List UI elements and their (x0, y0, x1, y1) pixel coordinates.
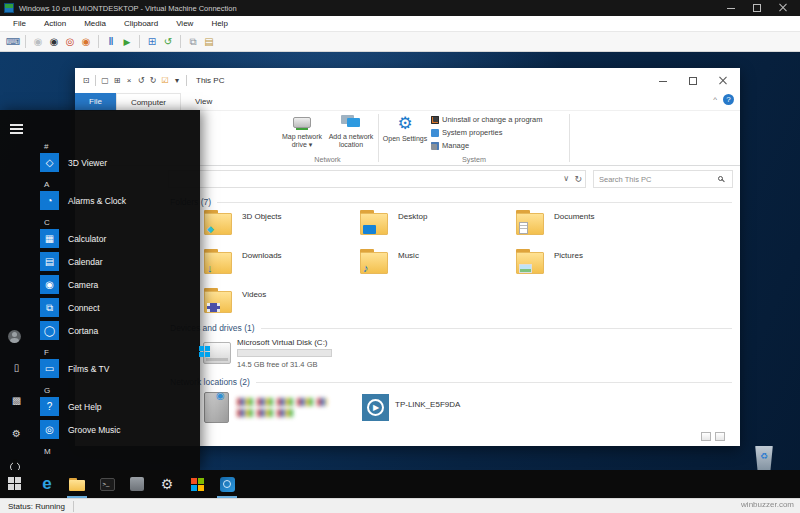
new-folder-icon[interactable]: ⊞ (111, 76, 123, 85)
save-state-icon[interactable]: ◉ (79, 36, 93, 47)
section-header-network[interactable]: Network locations (2) (170, 377, 732, 387)
user-avatar[interactable] (8, 330, 21, 343)
open-settings-button[interactable]: ⚙ Open Settings (381, 114, 429, 143)
start-menu-item[interactable]: ? Get Help (40, 395, 195, 418)
start-vm-icon[interactable]: ◉ (31, 36, 45, 47)
turn-off-icon[interactable]: ◉ (47, 36, 61, 47)
start-menu-item[interactable]: ▤ Calendar (40, 250, 195, 273)
start-menu-item[interactable]: ◇ 3D Viewer (40, 151, 195, 174)
checkpoint-icon[interactable]: ⊞ (145, 36, 159, 47)
explorer-minimize-button[interactable] (648, 68, 678, 93)
vm-menu-item[interactable]: Action (35, 16, 75, 32)
start-menu-item[interactable]: C (40, 212, 195, 227)
taskbar-app2-button[interactable] (212, 470, 242, 498)
revert-icon[interactable]: ↺ (161, 36, 175, 47)
details-view-icon[interactable] (701, 432, 711, 441)
documents-icon[interactable]: ▯ (9, 362, 24, 373)
tab-file[interactable]: File (75, 93, 116, 111)
uninstall-program-button[interactable]: Uninstall or change a program (431, 115, 542, 124)
search-input[interactable] (599, 173, 714, 186)
taskbar-command-prompt-button[interactable]: >_ (92, 470, 122, 498)
start-app-tile[interactable]: ⧉ (40, 298, 59, 317)
start-menu-item[interactable]: M (40, 441, 195, 456)
vm-menu-item[interactable]: View (167, 16, 202, 32)
settings-icon[interactable]: ⚙ (9, 428, 24, 439)
start-app-tile[interactable]: ◯ (40, 321, 59, 340)
add-network-location-button[interactable]: Add a network location (327, 114, 375, 149)
start-menu-item[interactable]: ▭ Films & TV (40, 357, 195, 380)
section-header-devices[interactable]: Devices and drives (1) (170, 323, 732, 333)
delete-icon[interactable]: × (123, 76, 135, 85)
taskbar-settings-button[interactable]: ⚙ (152, 470, 182, 498)
enhanced-session-icon[interactable]: ⧉ (186, 36, 200, 48)
start-menu-item[interactable]: ▦ Calculator (40, 227, 195, 250)
start-menu-item[interactable]: ◎ Groove Music (40, 418, 195, 441)
shutdown-icon[interactable]: ◎ (63, 36, 77, 47)
vm-minimize-button[interactable] (718, 0, 744, 16)
taskbar-edge-button[interactable]: e (32, 470, 62, 498)
manage-button[interactable]: Manage (431, 141, 469, 150)
folder-item[interactable]: Desktop (360, 206, 516, 245)
vm-menu-item[interactable]: Media (75, 16, 115, 32)
resume-icon[interactable]: ▶ (120, 37, 134, 47)
map-network-drive-button[interactable]: Map network drive ▾ (278, 114, 326, 149)
properties-icon[interactable]: ▢ (99, 76, 111, 85)
qat-dropdown-icon[interactable]: ▾ (171, 76, 183, 85)
search-icon[interactable] (718, 176, 723, 181)
vm-close-button[interactable] (770, 0, 796, 16)
vm-statusbar: Status: Running (0, 498, 800, 513)
address-bar[interactable]: ∨ ↻ (168, 170, 586, 188)
taskbar-app-button[interactable] (122, 470, 152, 498)
address-dropdown-icon[interactable]: ∨ (563, 174, 569, 183)
checkbox-icon[interactable]: ☑ (159, 76, 171, 85)
start-app-tile[interactable]: ▦ (40, 229, 59, 248)
start-menu-item[interactable]: # (40, 136, 195, 151)
redo-icon[interactable]: ↻ (147, 76, 159, 85)
vm-menu-item[interactable]: File (4, 16, 35, 32)
tab-view[interactable]: View (181, 93, 226, 111)
search-box[interactable] (593, 170, 733, 188)
file-explorer-icon (69, 478, 85, 491)
ctrl-alt-del-icon[interactable]: ⌨ (6, 36, 20, 47)
ribbon-collapse-icon[interactable]: ^ (713, 95, 717, 104)
start-app-tile[interactable]: ▭ (40, 359, 59, 378)
pause-icon[interactable]: ‖ (104, 36, 118, 47)
taskbar-file-explorer-button[interactable] (62, 470, 92, 498)
folder-item[interactable]: Pictures (516, 245, 672, 284)
folder-item[interactable]: Videos (204, 284, 360, 323)
start-menu-item[interactable]: G (40, 380, 195, 395)
system-properties-button[interactable]: System properties (431, 128, 502, 137)
start-menu-item[interactable]: ◯ Cortana (40, 319, 195, 342)
start-app-tile[interactable]: ▤ (40, 252, 59, 271)
start-menu-item[interactable]: ◔ Alarms & Clock (40, 189, 195, 212)
help-icon[interactable]: ? (723, 94, 734, 105)
tab-computer[interactable]: Computer (116, 93, 181, 111)
refresh-icon[interactable]: ↻ (574, 174, 582, 184)
folder-item[interactable]: ♪ Music (360, 245, 516, 284)
hamburger-icon[interactable] (10, 124, 23, 134)
pictures-icon[interactable]: ▩ (9, 395, 24, 406)
vm-menu-item[interactable]: Clipboard (115, 16, 167, 32)
start-app-tile[interactable]: ◉ (40, 275, 59, 294)
share-icon[interactable]: ▤ (202, 36, 216, 47)
thumbnail-view-icon[interactable] (715, 432, 725, 441)
start-menu-item[interactable]: F (40, 342, 195, 357)
start-menu-item[interactable]: ⧉ Connect (40, 296, 195, 319)
folder-item[interactable]: ↓ Downloads (204, 245, 360, 284)
explorer-close-button[interactable] (708, 68, 738, 93)
vm-menu-item[interactable]: Help (202, 16, 236, 32)
start-app-tile[interactable]: ◇ (40, 153, 59, 172)
explorer-maximize-button[interactable] (678, 68, 708, 93)
start-menu-item[interactable]: A (40, 174, 195, 189)
taskbar-store-button[interactable] (182, 470, 212, 498)
folder-item[interactable]: Documents (516, 206, 672, 245)
start-app-tile[interactable]: ◔ (40, 191, 59, 210)
start-menu-item[interactable]: ◉ Camera (40, 273, 195, 296)
folder-item[interactable]: ◆ 3D Objects (204, 206, 360, 245)
undo-icon[interactable]: ↺ (135, 76, 147, 85)
system-menu-icon[interactable]: ⊡ (80, 76, 92, 85)
start-button[interactable] (8, 477, 21, 490)
vm-maximize-button[interactable] (744, 0, 770, 16)
start-app-tile[interactable]: ◎ (40, 420, 59, 439)
start-app-tile[interactable]: ? (40, 397, 59, 416)
